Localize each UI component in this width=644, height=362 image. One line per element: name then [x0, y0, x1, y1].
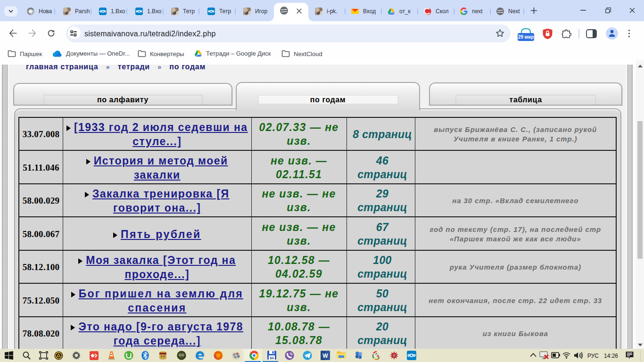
svg-text:64: 64	[270, 356, 274, 360]
svg-text:W: W	[322, 353, 328, 359]
svg-text:2: 2	[359, 355, 362, 360]
svg-text:E: E	[377, 356, 380, 360]
